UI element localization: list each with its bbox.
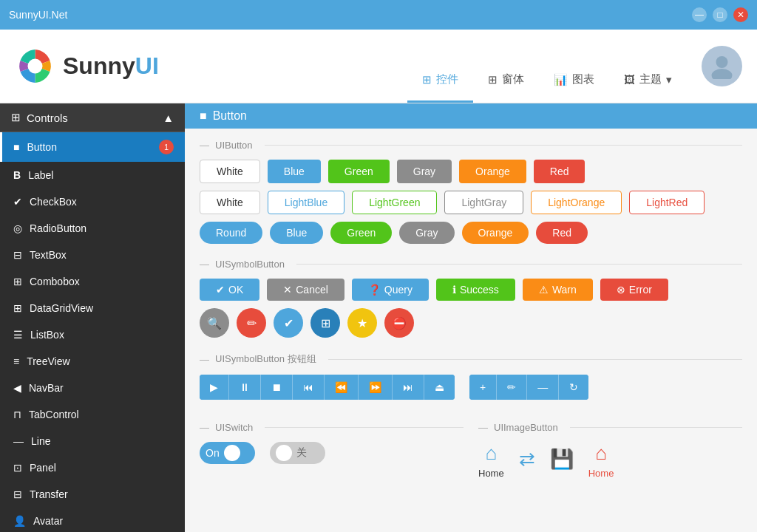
sidebar-item-tabcontrol[interactable]: ⊓ TabControl bbox=[0, 401, 185, 428]
btn-eject[interactable]: ⏏ bbox=[424, 375, 455, 400]
icon-btn-stop[interactable]: ⛔ bbox=[384, 308, 414, 338]
sidebar-item-label: Avatar bbox=[33, 515, 63, 527]
sidebar-item-line[interactable]: — Line bbox=[0, 428, 185, 454]
maximize-button[interactable]: □ bbox=[713, 7, 727, 22]
btn-add[interactable]: + bbox=[469, 375, 497, 400]
uiswitch-title: UISwitch bbox=[200, 422, 464, 433]
logo-ui: UI bbox=[135, 52, 159, 79]
user-icon bbox=[709, 53, 735, 79]
img-btn-home2[interactable]: ⌂ Home bbox=[588, 442, 614, 479]
uisymbolbutton-title: UISymbolButton bbox=[200, 259, 742, 270]
img-btn-home2-label: Home bbox=[588, 468, 614, 479]
sidebar-item-label: RadioButton bbox=[30, 222, 86, 234]
tab-icon: ⊓ bbox=[13, 409, 21, 420]
switch-off-ball bbox=[276, 445, 292, 461]
btn-round-red[interactable]: Red bbox=[536, 222, 588, 244]
btn-next[interactable]: ⏩ bbox=[359, 375, 393, 400]
sidebar-item-label: Label bbox=[28, 169, 53, 181]
btn-green-1[interactable]: Green bbox=[328, 160, 390, 183]
switch-off[interactable]: 关 bbox=[270, 442, 325, 464]
sidebar-header: ⊞ Controls ▲ bbox=[0, 103, 185, 132]
sidebar-item-datagridview[interactable]: ⊞ DataGridView bbox=[0, 295, 185, 321]
img-btn-home1[interactable]: ⌂ Home bbox=[478, 442, 504, 479]
minimize-button[interactable]: — bbox=[692, 7, 707, 22]
btn-blue-1[interactable]: Blue bbox=[268, 160, 321, 183]
btn-warn[interactable]: ⚠ Warn bbox=[523, 279, 593, 301]
sidebar-item-button[interactable]: ■ Button 1 bbox=[0, 132, 185, 162]
btn-next-end[interactable]: ⏭ bbox=[393, 375, 424, 400]
grid-icon: ⊞ bbox=[11, 111, 21, 124]
avatar-area[interactable] bbox=[702, 46, 742, 86]
btn-lightred[interactable]: LightRed bbox=[629, 191, 705, 214]
main-layout: ⊞ Controls ▲ ■ Button 1 B Label ✔ CheckB… bbox=[0, 103, 757, 532]
error-icon: ⊗ bbox=[617, 284, 625, 296]
btn-red-1[interactable]: Red bbox=[534, 160, 585, 183]
sidebar-item-navbar[interactable]: ◀ NavBar bbox=[0, 375, 185, 401]
btn-play[interactable]: ▶ bbox=[200, 375, 229, 400]
btn-round-orange[interactable]: Orange bbox=[462, 222, 529, 244]
btn-success[interactable]: ℹ Success bbox=[436, 279, 515, 301]
btn-query[interactable]: ❓ Query bbox=[352, 279, 429, 301]
sidebar-item-panel[interactable]: ⊡ Panel bbox=[0, 454, 185, 481]
sidebar-item-label: Combobox bbox=[30, 276, 80, 287]
sidebar-item-radiobutton[interactable]: ◎ RadioButton bbox=[0, 215, 185, 242]
collapse-icon[interactable]: ▲ bbox=[163, 112, 174, 124]
btn-prev-start[interactable]: ⏮ bbox=[293, 375, 325, 400]
tab-controls[interactable]: ⊞ 控件 bbox=[407, 58, 473, 103]
img-btn-save[interactable]: 💾 bbox=[550, 448, 574, 474]
btn-prev[interactable]: ⏪ bbox=[325, 375, 359, 400]
btn-pause[interactable]: ⏸ bbox=[229, 375, 261, 400]
svg-point-3 bbox=[712, 69, 733, 79]
icon-btn-edit[interactable]: ✏ bbox=[237, 308, 266, 338]
icon-btn-grid[interactable]: ⊞ bbox=[310, 308, 340, 338]
btn-stop[interactable]: ⏹ bbox=[261, 375, 293, 400]
sidebar-item-textbox[interactable]: ⊟ TextBox bbox=[0, 242, 185, 268]
avatar[interactable] bbox=[702, 46, 742, 86]
sidebar-item-treeview[interactable]: ≡ TreeView bbox=[0, 348, 185, 375]
btn-round-green[interactable]: Green bbox=[330, 222, 392, 244]
img-btn-transfer[interactable]: ⇄ bbox=[519, 448, 535, 474]
btn-white-2[interactable]: White bbox=[200, 191, 260, 214]
switch-on-label: On bbox=[206, 447, 220, 459]
icon-btn-check[interactable]: ✔ bbox=[274, 308, 303, 338]
tab-themes[interactable]: 🖼 主题 ▾ bbox=[609, 58, 687, 103]
btn-gray-1[interactable]: Gray bbox=[397, 160, 452, 183]
sidebar-item-transfer[interactable]: ⊟ Transfer bbox=[0, 481, 185, 508]
btn-refresh[interactable]: ↻ bbox=[559, 375, 588, 400]
icon-btn-star[interactable]: ★ bbox=[347, 308, 377, 338]
tab-charts[interactable]: 📊 图表 bbox=[539, 58, 609, 103]
content-header-title: Button bbox=[213, 109, 247, 123]
logo-sunny: Sunny bbox=[63, 52, 135, 79]
navbar-icon: ◀ bbox=[13, 382, 21, 394]
bottom-section: UISwitch On 关 UIImageButton bbox=[200, 422, 742, 479]
btn-lightgreen[interactable]: LightGreen bbox=[352, 191, 437, 214]
btn-lightorange[interactable]: LightOrange bbox=[531, 191, 622, 214]
btn-round-blue[interactable]: Blue bbox=[270, 222, 323, 244]
sidebar-item-listbox[interactable]: ☰ ListBox bbox=[0, 321, 185, 348]
tab-charts-label: 图表 bbox=[572, 72, 594, 86]
logo-area: SunnyUI bbox=[15, 46, 407, 86]
tab-windows[interactable]: ⊞ 窗体 bbox=[473, 58, 539, 103]
sidebar-header-left: ⊞ Controls bbox=[11, 111, 68, 124]
more-icon: ▾ bbox=[666, 73, 672, 86]
btn-edit-crud[interactable]: ✏ bbox=[497, 375, 527, 400]
switch-on[interactable]: On bbox=[200, 442, 255, 464]
uisymbolbutton-section: UISymbolButton ✔ OK ✕ Cancel ❓ Query bbox=[200, 259, 742, 338]
sidebar-item-checkbox[interactable]: ✔ CheckBox bbox=[0, 188, 185, 215]
sidebar-item-avatar[interactable]: 👤 Avatar bbox=[0, 508, 185, 532]
btn-lightblue[interactable]: LightBlue bbox=[268, 191, 344, 214]
close-button[interactable]: ✕ bbox=[733, 7, 748, 22]
btn-round[interactable]: Round bbox=[200, 222, 262, 244]
btn-ok[interactable]: ✔ OK bbox=[200, 279, 259, 301]
btn-error[interactable]: ⊗ Error bbox=[600, 279, 668, 301]
icon-btn-search[interactable]: 🔍 bbox=[200, 308, 229, 338]
btn-round-gray[interactable]: Gray bbox=[399, 222, 454, 244]
btn-lightgray[interactable]: LightGray bbox=[444, 191, 523, 214]
btn-remove[interactable]: — bbox=[527, 375, 559, 400]
sidebar-item-label[interactable]: B Label bbox=[0, 162, 185, 188]
sidebar-item-combobox[interactable]: ⊞ Combobox bbox=[0, 268, 185, 295]
btn-orange-1[interactable]: Orange bbox=[459, 160, 526, 183]
btn-cancel[interactable]: ✕ Cancel bbox=[267, 279, 344, 301]
btn-white-1[interactable]: White bbox=[200, 160, 260, 183]
avatar-icon: 👤 bbox=[13, 515, 26, 527]
